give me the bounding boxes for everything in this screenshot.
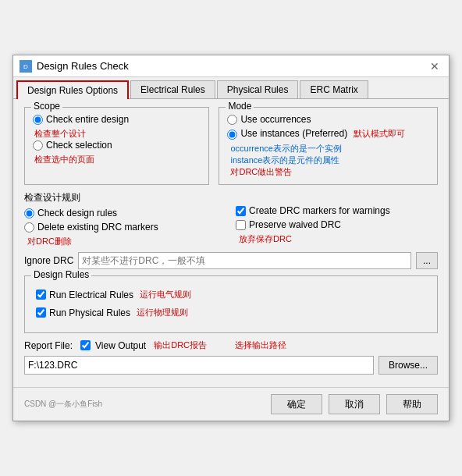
scope-selection-label: Check selection: [46, 140, 112, 151]
scope-mode-row: Scope Check entire design 检查整个设计 Check s…: [24, 107, 438, 191]
mode-occurrences-label: Use occurrences: [240, 114, 311, 125]
run-electrical-label: Run Electrical Rules: [49, 290, 133, 300]
tab-electrical-rules[interactable]: Electrical Rules: [130, 80, 215, 98]
tab-physical-rules[interactable]: Physical Rules: [217, 80, 299, 98]
design-rules-group: Design Rules Run Electrical Rules 运行电气规则…: [24, 275, 438, 333]
mode-instances-label: Use instances (Preferred): [240, 128, 347, 139]
mode-annotations-block: occurrence表示的是一个实例 instance表示的是元件的属性 对DR…: [230, 143, 429, 178]
run-physical-annotation: 运行物理规则: [137, 307, 188, 318]
cancel-button[interactable]: 取消: [329, 394, 380, 414]
report-file-input[interactable]: [24, 356, 374, 375]
report-section: Report File: View Output 输出DRC报告 选择输出路径 …: [24, 339, 438, 375]
mode-occurrences-radio[interactable]: [227, 115, 237, 125]
mode-annotation4: 对DRC做出警告: [230, 166, 429, 178]
action-delete-label: Delete existing DRC markers: [37, 222, 158, 233]
scope-entire-label: Check entire design: [46, 114, 129, 125]
mode-group: Mode Use occurrences Use instances (Pref…: [219, 107, 438, 185]
action-check-radio: Check design rules: [24, 208, 226, 218]
run-physical-check[interactable]: [36, 307, 46, 318]
mode-radio-instances: Use instances (Preferred) 默认模式即可: [227, 128, 429, 140]
scope-group: Scope Check entire design 检查整个设计 Check s…: [24, 107, 209, 185]
scope-label: Scope: [31, 101, 62, 112]
action-preserve-annotation: 放弃保存DRC: [239, 233, 438, 245]
report-file-label: Report File:: [24, 340, 73, 351]
action-check-rules-label: Check design rules: [37, 208, 117, 218]
scope-radio-entire: Check entire design: [33, 114, 201, 125]
tab-design-rules-options[interactable]: Design Rules Options: [16, 80, 129, 99]
tab-erc-matrix[interactable]: ERC Matrix: [300, 80, 368, 98]
run-electrical-row: Run Electrical Rules 运行电气规则: [36, 289, 426, 300]
browse-button[interactable]: Browse...: [378, 356, 438, 375]
action-row: 检查设计规则 Check design rules Delete existin…: [24, 191, 438, 247]
ignore-drc-input[interactable]: [78, 252, 411, 269]
watermark-text: CSDN @一条小鱼Fish: [24, 399, 102, 410]
tab-bar: Design Rules Options Electrical Rules Ph…: [13, 77, 449, 99]
action-create-markers-row: Create DRC markers for warnings: [236, 205, 438, 216]
ignore-drc-row: Ignore DRC ...: [24, 252, 438, 269]
scope-radio-selection: Check selection: [33, 140, 201, 151]
mode-annotation1: 默认模式即可: [354, 128, 405, 140]
window-title: Design Rules Check: [37, 60, 129, 72]
run-physical-label: Run Physical Rules: [49, 307, 130, 318]
action-create-markers-check[interactable]: [236, 206, 246, 216]
mode-radio-occurrences: Use occurrences: [227, 114, 429, 125]
action-left: 检查设计规则 Check design rules Delete existin…: [24, 191, 226, 247]
app-icon: D: [20, 60, 32, 73]
close-button[interactable]: ✕: [427, 60, 442, 73]
confirm-button[interactable]: 确定: [271, 394, 322, 414]
scope-entire-annotation: 检查整个设计: [34, 128, 201, 140]
action-delete-radio: Delete existing DRC markers: [24, 222, 226, 233]
view-output-check[interactable]: [80, 340, 91, 350]
report-label-row: Report File: View Output 输出DRC报告 选择输出路径: [24, 339, 438, 351]
design-rules-label: Design Rules: [31, 269, 91, 280]
footer: CSDN @一条小鱼Fish 确定 取消 帮助: [13, 387, 449, 421]
output-annotation: 输出DRC报告: [154, 339, 207, 351]
path-annotation: 选择输出路径: [235, 339, 286, 351]
run-physical-row: Run Physical Rules 运行物理规则: [36, 307, 426, 318]
action-check-rules-radio[interactable]: [24, 208, 34, 218]
run-electrical-annotation: 运行电气规则: [140, 289, 191, 300]
help-button[interactable]: 帮助: [386, 394, 438, 414]
action-delete-annotation: 对DRC删除: [27, 236, 226, 247]
mode-annotation2: occurrence表示的是一个实例: [230, 143, 429, 155]
action-annotation: 检查设计规则: [24, 191, 226, 204]
action-preserve-row: Preserve waived DRC: [236, 219, 438, 230]
mode-annotation3: instance表示的是元件的属性: [230, 155, 429, 166]
ignore-drc-browse-button[interactable]: ...: [416, 252, 438, 269]
title-bar: D Design Rules Check ✕: [13, 55, 449, 77]
ignore-drc-label: Ignore DRC: [24, 255, 73, 266]
action-create-markers-label: Create DRC markers for warnings: [249, 205, 390, 216]
scope-selection-radio[interactable]: [33, 140, 43, 151]
main-window: D Design Rules Check ✕ Design Rules Opti…: [12, 55, 450, 421]
mode-label: Mode: [226, 101, 254, 112]
tab-content: Scope Check entire design 检查整个设计 Check s…: [13, 99, 449, 387]
scope-entire-radio[interactable]: [33, 115, 43, 125]
view-output-label: View Output: [95, 340, 146, 351]
run-electrical-check[interactable]: [36, 290, 46, 300]
scope-selection-annotation: 检查选中的页面: [34, 154, 201, 165]
action-right: Create DRC markers for warnings Preserve…: [236, 191, 438, 247]
svg-text:D: D: [23, 63, 28, 70]
mode-instances-radio[interactable]: [227, 130, 237, 140]
report-file-row: Browse...: [24, 356, 438, 375]
action-preserve-label: Preserve waived DRC: [249, 219, 341, 230]
action-preserve-check[interactable]: [236, 220, 246, 230]
action-delete-radio-input[interactable]: [24, 222, 34, 233]
title-bar-left: D Design Rules Check: [20, 60, 129, 73]
